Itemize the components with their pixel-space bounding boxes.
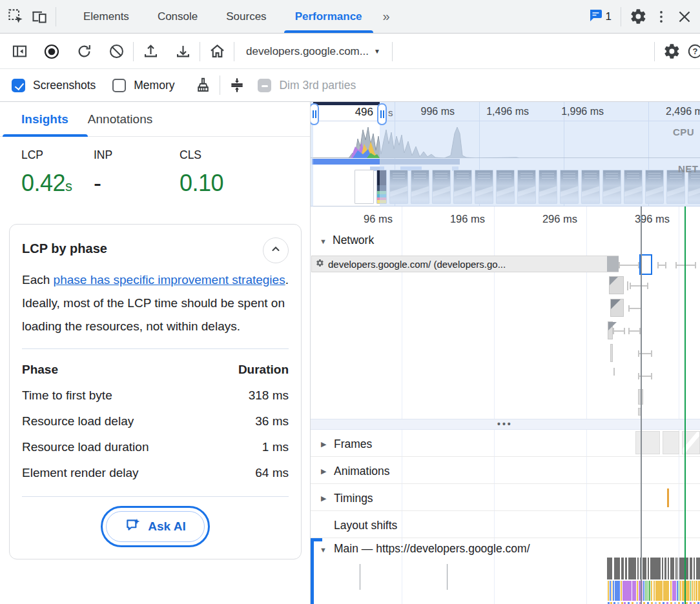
screenshots-checkbox[interactable]: [12, 79, 25, 92]
disclosure-triangle-icon[interactable]: ▶: [321, 467, 326, 476]
activity-bar[interactable]: [649, 581, 650, 601]
activity-bar[interactable]: [645, 581, 646, 601]
activity-bar[interactable]: [677, 581, 678, 601]
tab-console[interactable]: Console: [143, 0, 212, 33]
activity-bar[interactable]: [690, 581, 691, 601]
task-bar[interactable]: [625, 558, 627, 579]
activity-bar[interactable]: [648, 581, 648, 601]
network-request-bar[interactable]: [609, 276, 624, 294]
tab-elements[interactable]: Elements: [69, 0, 143, 33]
collect-garbage-icon[interactable]: [191, 74, 214, 97]
home-icon[interactable]: [205, 40, 229, 63]
task-bar[interactable]: [677, 558, 678, 579]
task-bar[interactable]: [679, 558, 688, 579]
task-bar[interactable]: [668, 558, 669, 579]
ask-ai-button[interactable]: Ask AI: [101, 506, 209, 547]
network-request-bar[interactable]: [610, 344, 613, 362]
clear-icon[interactable]: [105, 40, 128, 63]
activity-bar[interactable]: [695, 581, 697, 601]
activity-bar[interactable]: [637, 581, 638, 601]
activity-bar[interactable]: [672, 581, 676, 601]
improvement-strategies-link[interactable]: phase has specific improvement strategie…: [54, 273, 285, 287]
activity-bar[interactable]: [610, 581, 611, 601]
activity-bar[interactable]: [680, 581, 681, 601]
tab-sources[interactable]: Sources: [212, 0, 280, 33]
collapse-tracks-icon[interactable]: [225, 74, 249, 97]
activity-bar[interactable]: [670, 581, 672, 601]
track-resize-handle[interactable]: •••: [497, 419, 513, 429]
activity-bar[interactable]: [694, 581, 695, 601]
activity-bar[interactable]: [663, 581, 669, 601]
messages-button[interactable]: 1: [584, 8, 615, 26]
activity-bar[interactable]: [692, 581, 693, 601]
task-bar[interactable]: [650, 558, 661, 579]
memory-checkbox[interactable]: [112, 79, 126, 92]
timing-marker[interactable]: [667, 488, 669, 507]
disclosure-triangle-icon[interactable]: ▶: [321, 440, 326, 448]
task-bar[interactable]: [670, 558, 674, 579]
device-toolbar-icon[interactable]: [27, 5, 50, 28]
screenshot-thumbnail[interactable]: [355, 170, 374, 204]
task-bar[interactable]: [607, 558, 612, 579]
task-bar[interactable]: [643, 558, 646, 579]
task-bar[interactable]: [675, 558, 677, 579]
disclosure-triangle-icon[interactable]: ▼: [320, 237, 327, 245]
task-bar[interactable]: [621, 558, 624, 579]
sidebar-tab-insights[interactable]: Insights: [21, 102, 68, 136]
capture-settings-gear-icon[interactable]: [660, 40, 683, 63]
tab-performance[interactable]: Performance: [281, 0, 376, 33]
more-tabs-icon[interactable]: »: [376, 9, 395, 24]
help-icon[interactable]: [683, 40, 700, 63]
activity-bar[interactable]: [654, 581, 655, 601]
track-network-label[interactable]: Network: [333, 234, 374, 247]
task-bar[interactable]: [628, 558, 636, 579]
close-icon[interactable]: [673, 5, 696, 28]
kebab-menu-icon[interactable]: [650, 5, 673, 28]
task-bar[interactable]: [690, 558, 692, 579]
sidebar-tab-annotations[interactable]: Annotations: [88, 102, 152, 136]
toggle-sidebar-icon[interactable]: [8, 40, 31, 63]
task-bar[interactable]: [648, 558, 649, 579]
track-frames-label[interactable]: Frames: [334, 438, 372, 451]
disclosure-triangle-icon[interactable]: ▼: [320, 546, 327, 554]
activity-bar[interactable]: [632, 581, 636, 601]
task-bar[interactable]: [694, 558, 695, 579]
disclosure-triangle-icon[interactable]: ▶: [321, 494, 326, 503]
dim-3rd-parties-checkbox[interactable]: [258, 79, 271, 92]
activity-bar[interactable]: [615, 581, 620, 601]
settings-gear-icon[interactable]: [626, 5, 650, 28]
task-bar[interactable]: [696, 558, 700, 579]
track-layout-shifts-label[interactable]: Layout shifts: [334, 519, 397, 532]
activity-bar[interactable]: [643, 581, 644, 601]
upload-profile-icon[interactable]: [139, 40, 162, 63]
activity-bar[interactable]: [608, 581, 609, 601]
task-bar[interactable]: [614, 558, 620, 579]
activity-bar[interactable]: [655, 581, 663, 601]
selection-handle-right[interactable]: [377, 103, 387, 125]
activity-bar[interactable]: [682, 581, 690, 601]
inspect-icon[interactable]: [4, 5, 27, 28]
activity-bar[interactable]: [621, 581, 622, 601]
activity-bar[interactable]: [679, 581, 679, 601]
activity-bar[interactable]: [623, 581, 632, 601]
activity-bar[interactable]: [612, 581, 612, 601]
record-and-reload-icon[interactable]: [72, 40, 96, 63]
activity-bar[interactable]: [646, 581, 647, 601]
track-timings-label[interactable]: Timings: [334, 492, 373, 505]
task-bar[interactable]: [662, 558, 663, 579]
task-bar[interactable]: [664, 558, 666, 579]
track-animations-label[interactable]: Animations: [334, 465, 390, 478]
activity-bar[interactable]: [651, 581, 652, 601]
network-request-bar[interactable]: [608, 321, 613, 339]
activity-bar[interactable]: [613, 581, 614, 601]
network-request[interactable]: developers.google.com/ (developers.go...: [311, 256, 619, 272]
record-button[interactable]: [40, 40, 63, 63]
task-bar[interactable]: [637, 558, 639, 579]
track-main-label[interactable]: Main — https://developers.google.com/: [334, 542, 530, 556]
page-selector-dropdown[interactable]: developers.google.com... ▼: [240, 45, 387, 58]
performance-timeline[interactable]: 996 ms1,496 ms1,996 ms2,496 msCPUNET496s…: [311, 102, 700, 604]
download-profile-icon[interactable]: [171, 40, 194, 63]
frame-thumbnail[interactable]: [635, 431, 660, 454]
network-request-bar[interactable]: [610, 299, 624, 317]
frame-thumbnail[interactable]: [663, 431, 679, 454]
